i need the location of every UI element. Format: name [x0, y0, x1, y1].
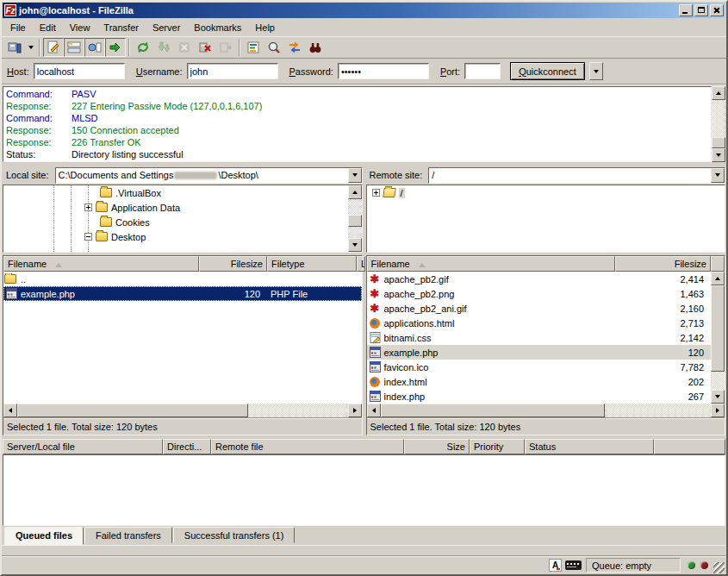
file-row[interactable]: index.html202: [367, 374, 712, 389]
disconnect-icon: [198, 41, 212, 54]
site-manager-button[interactable]: [4, 38, 25, 57]
queue-body[interactable]: [3, 454, 725, 526]
column-filetype[interactable]: Filetype: [267, 256, 357, 272]
column-filename[interactable]: Filename: [3, 256, 199, 272]
menu-view[interactable]: View: [63, 21, 97, 34]
tab-failed-transfers[interactable]: Failed transfers: [84, 527, 172, 543]
chevron-down-icon: [594, 70, 599, 76]
remote-list-scrollbar[interactable]: [711, 272, 725, 404]
file-row[interactable]: ✱apache_pb2.png1,463: [367, 286, 712, 301]
file-row[interactable]: ✱apache_pb2.gif2,414: [367, 272, 712, 286]
menu-file[interactable]: File: [3, 21, 33, 34]
scroll-right-button[interactable]: [348, 404, 362, 417]
scroll-down-button[interactable]: [711, 390, 725, 404]
disconnect-button[interactable]: [195, 38, 215, 57]
process-queue-button[interactable]: [153, 38, 174, 57]
tab-successful-transfers[interactable]: Successful transfers (1): [173, 527, 296, 543]
menu-bookmarks[interactable]: Bookmarks: [187, 21, 248, 34]
column-filesize[interactable]: Filesize: [199, 256, 267, 272]
file-row[interactable]: index.php267: [367, 389, 712, 404]
combo-dropdown-button[interactable]: [711, 168, 725, 183]
expand-icon[interactable]: [84, 203, 92, 211]
scrollbar-thumb[interactable]: [348, 215, 362, 227]
tree-item-virtualbox[interactable]: .VirtualBox: [3, 185, 348, 200]
scroll-up-button[interactable]: [348, 185, 362, 199]
remote-list-hscrollbar[interactable]: [367, 404, 725, 417]
file-row-selected[interactable]: example.php120: [367, 345, 712, 360]
host-input[interactable]: [34, 63, 125, 79]
local-site-combo[interactable]: C:\Documents and Settings\Desktop\: [55, 167, 363, 184]
username-input[interactable]: [187, 63, 278, 79]
file-row-example-php[interactable]: example.php 120 PHP File 1: [3, 286, 362, 301]
cancel-operation-button[interactable]: [174, 38, 195, 57]
quickconnect-dropdown[interactable]: [589, 62, 603, 80]
minimize-button[interactable]: [679, 4, 693, 16]
scroll-up-button[interactable]: [712, 86, 725, 100]
tree-item-cookies[interactable]: Cookies: [3, 215, 348, 229]
menu-bar: File Edit View Transfer Server Bookmarks…: [2, 19, 726, 36]
menu-edit[interactable]: Edit: [33, 21, 63, 34]
file-row[interactable]: bitnami.css2,142: [367, 330, 712, 345]
toggle-queue-button[interactable]: [105, 38, 126, 57]
scrollbar-thumb[interactable]: [712, 137, 725, 148]
port-input[interactable]: [464, 63, 501, 79]
toggle-remote-tree-button[interactable]: [84, 38, 105, 57]
file-row[interactable]: favicon.ico7,782: [367, 360, 712, 374]
file-row[interactable]: applications.html2,713: [367, 316, 712, 330]
scrollbar-thumb[interactable]: [711, 285, 725, 372]
synchronized-browsing-button[interactable]: [284, 38, 305, 57]
tree-item-application-data[interactable]: Application Data: [3, 200, 348, 215]
resize-grip[interactable]: [713, 562, 725, 573]
column-direction[interactable]: Directi...: [163, 439, 211, 454]
scroll-right-button[interactable]: [711, 404, 725, 417]
remote-site-combo[interactable]: /: [428, 167, 725, 184]
tab-queued-files[interactable]: Queued files: [4, 527, 84, 545]
menu-transfer[interactable]: Transfer: [96, 21, 146, 34]
expand-icon[interactable]: [372, 189, 380, 197]
find-files-button[interactable]: [305, 38, 326, 57]
toggle-local-tree-button[interactable]: [64, 38, 84, 57]
scrollbar-thumb[interactable]: [17, 404, 248, 417]
scroll-left-button[interactable]: [367, 404, 381, 417]
scroll-up-button[interactable]: [711, 272, 725, 285]
reconnect-button[interactable]: [215, 38, 236, 57]
scrollbar-thumb[interactable]: [381, 404, 606, 417]
reconnect-icon: [219, 41, 233, 54]
column-filesize[interactable]: Filesize: [615, 256, 712, 272]
directory-filters-button[interactable]: [243, 38, 264, 57]
quickconnect-button[interactable]: Quickconnect: [510, 62, 585, 80]
column-priority[interactable]: Priority: [470, 439, 525, 454]
site-manager-dropdown[interactable]: [25, 38, 36, 57]
column-remote-file[interactable]: Remote file: [211, 439, 404, 454]
column-status[interactable]: Status: [525, 439, 654, 454]
menu-server[interactable]: Server: [146, 21, 187, 34]
scroll-down-button[interactable]: [712, 148, 725, 162]
ico-file-icon: [370, 361, 381, 373]
file-row-parent[interactable]: ..: [3, 272, 362, 286]
host-label: Host:: [7, 66, 29, 77]
collapse-icon[interactable]: [84, 233, 92, 241]
directory-comparison-button[interactable]: [264, 38, 284, 57]
column-filename[interactable]: Filename: [367, 256, 615, 272]
close-button[interactable]: [710, 4, 724, 16]
password-input[interactable]: [338, 63, 429, 79]
tree-item-desktop[interactable]: Desktop: [3, 229, 348, 244]
menu-help[interactable]: Help: [248, 21, 282, 34]
refresh-button[interactable]: [133, 38, 153, 57]
column-size[interactable]: Size: [404, 439, 470, 454]
combo-dropdown-button[interactable]: [348, 168, 362, 183]
password-label: Password:: [289, 66, 333, 77]
scroll-left-button[interactable]: [3, 404, 17, 417]
local-list-hscrollbar[interactable]: [3, 404, 362, 417]
image-file-icon: ✱: [370, 273, 380, 285]
scroll-down-button[interactable]: [348, 238, 362, 252]
column-server-local-file[interactable]: Server/Local file: [3, 439, 163, 454]
tree-item-root[interactable]: /: [367, 185, 725, 200]
local-site-label: Local site:: [3, 168, 53, 182]
local-tree-scrollbar[interactable]: [348, 185, 362, 252]
file-row[interactable]: ✱apache_pb2_ani.gif2,160: [367, 301, 712, 316]
maximize-button[interactable]: [694, 4, 708, 16]
log-scrollbar[interactable]: [712, 86, 725, 162]
toggle-log-button[interactable]: [43, 38, 64, 57]
title-bar: Fz john@localhost - FileZilla: [3, 3, 725, 18]
